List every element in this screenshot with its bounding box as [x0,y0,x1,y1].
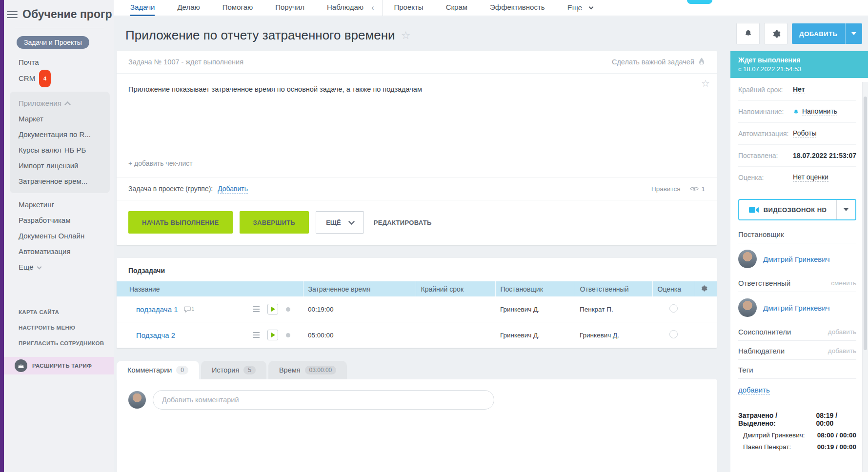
responsible-name-link[interactable]: Дмитрий Гринкевич [763,304,830,312]
chevron-down-icon [348,218,355,225]
sidebar-item-crm[interactable]: CRM4 [19,70,114,86]
tab-tasks[interactable]: Задачи [130,0,155,16]
row-menu-icon[interactable] [253,306,260,312]
tab-efficiency[interactable]: Эффективность [490,0,545,16]
sidebar-item-tasks-projects[interactable]: Задачи и Проекты [17,36,89,49]
sidebar-item-mail[interactable]: Почта [19,55,114,70]
report-person-name: Павел Пенкрат: [743,443,791,451]
make-important-button[interactable]: Сделать важной задачей [612,58,705,66]
rating-radio[interactable] [669,304,678,313]
column-name[interactable]: Название [117,281,303,296]
tab-helping[interactable]: Помогаю [222,0,253,16]
video-call-dropdown[interactable] [836,200,855,219]
sidebar-item-docs-online[interactable]: Документы Онлайн [19,228,114,244]
deadline-value[interactable]: Нет [793,85,805,94]
spent-total-value: 08:19 / 00:00 [816,412,856,427]
scrollbar[interactable] [862,82,868,472]
sidebar-item-more[interactable]: Ещё [19,259,114,275]
column-responsible[interactable]: Ответственный [575,281,652,296]
table-settings-gear-icon[interactable] [695,281,717,296]
column-rating[interactable]: Оценка [652,281,695,296]
tab-projects[interactable]: Проекты [394,0,423,16]
tab-more[interactable]: Еще [567,0,593,16]
sidebar-item-developers[interactable]: Разработчикам [19,213,114,228]
rating-value[interactable]: Нет оценки [793,173,828,182]
subtask-link[interactable]: Подзадча 2 [136,331,175,339]
sidebar-apps-group: Приложения Маркет Документация по R... К… [10,92,110,193]
task-card: Задача № 1007 - ждет выполнения Сделать … [117,51,717,245]
caret-down-icon [851,32,856,35]
finish-task-button[interactable]: ЗАВЕРШИТЬ [240,211,309,234]
start-task-button[interactable]: НАЧАТЬ ВЫПОЛНЕНИЕ [128,211,233,234]
configure-menu-link[interactable]: НАСТРОИТЬ МЕНЮ [19,320,114,335]
sidebar-item-time-spent[interactable]: Затраченное врем... [19,174,110,189]
responsible-section-label: Ответственный [738,279,790,287]
sitemap-link[interactable]: КАРТА САЙТА [19,304,114,320]
sidebar-item-automation[interactable]: Автоматизация [19,244,114,259]
subtask-row: подзадача 1 1 [117,296,717,322]
column-time-spent[interactable]: Затраченное время [303,281,416,296]
add-button-dropdown[interactable] [845,23,862,44]
column-deadline[interactable]: Крайний срок [416,281,495,296]
add-tag-link[interactable]: добавить [738,386,770,395]
invite-employees-link[interactable]: ПРИГЛАСИТЬ СОТРУДНИКОВ [19,335,114,351]
automation-label: Автоматизация: [738,130,793,138]
tab-comments[interactable]: Комментарии 0 [117,361,199,379]
video-call-button[interactable]: ВИДЕОЗВОНОК HD [738,199,856,220]
reminder-label: Напоминание: [738,108,793,116]
comments-bubble-icon[interactable]: 1 [184,306,195,313]
row-menu-icon[interactable] [253,332,260,338]
tab-scrum[interactable]: Скрам [446,0,467,16]
add-button[interactable]: ДОБАВИТЬ [792,23,862,44]
subtask-row: Подзадча 2 05:00:00 Гринкевич Д. [117,322,717,348]
tab-history[interactable]: История 5 [201,361,266,379]
project-add-link[interactable]: Добавить [218,185,248,194]
subtasks-title: Подзадачи [117,267,717,281]
reminder-value[interactable]: Напомнить [802,107,837,116]
user-avatar [128,391,146,409]
description-star-icon[interactable]: ☆ [701,79,710,88]
add-coexecutor-link[interactable]: добавить [828,328,856,335]
column-creator[interactable]: Постановщик [495,281,575,296]
start-timer-icon[interactable] [267,304,278,315]
like-link[interactable]: Нравится [651,185,681,193]
add-observer-link[interactable]: добавить [828,347,856,354]
video-call-label: ВИДЕОЗВОНОК HD [764,206,827,214]
start-timer-icon[interactable] [267,330,278,340]
edit-task-button[interactable]: РЕДАКТИРОВАТЬ [371,218,435,227]
sidebar-item-market[interactable]: Маркет [19,111,110,127]
creator-name-link[interactable]: Дмитрий Гринкевич [763,255,830,263]
sidebar-item-currency-rates[interactable]: Курсы валют НБ РБ [19,142,110,158]
sidebar-item-marketing[interactable]: Маркетинг [19,197,114,213]
comment-input[interactable] [153,390,494,410]
tab-time[interactable]: Время 03:00:00 [268,361,347,379]
notifications-button[interactable] [736,23,760,44]
settings-button[interactable] [764,23,787,44]
upgrade-plan-button[interactable]: РАСШИРИТЬ ТАРИФ [4,357,114,374]
nav-more-label: Еще [567,0,583,15]
tab-watching[interactable]: Наблюдаю [327,0,363,16]
menu-icon[interactable] [7,11,18,18]
automation-value[interactable]: Роботы [793,129,816,138]
subtask-responsible: Гринкевич Д. [575,322,652,348]
crm-counter-badge: 4 [39,70,51,87]
scrollbar-thumb[interactable] [864,97,867,350]
responsible-avatar[interactable] [738,298,757,317]
creator-section-label: Постановщик [738,230,784,238]
add-button-label: ДОБАВИТЬ [792,23,845,44]
subtask-link[interactable]: подзадача 1 [136,305,178,314]
creator-avatar[interactable] [738,250,757,268]
sidebar-item-license-import[interactable]: Импорт лицензий [19,158,110,174]
tab-delegated[interactable]: Поручил [275,0,304,16]
tab-doing[interactable]: Делаю [177,0,200,16]
bell-icon [744,29,753,39]
change-responsible-link[interactable]: сменить [831,279,856,287]
collapse-arrow-icon[interactable]: ‹ [371,0,374,15]
sidebar-group-apps-toggle[interactable]: Приложения [19,96,110,111]
more-actions-button[interactable]: ЕЩЁ [316,211,364,234]
sidebar-item-documentation[interactable]: Документация по R... [19,127,110,142]
observers-section-label: Наблюдатели [738,347,785,355]
add-checklist-link[interactable]: добавить чек-лист [134,159,193,168]
favorite-star-icon[interactable]: ☆ [401,30,411,41]
rating-radio[interactable] [669,330,678,338]
